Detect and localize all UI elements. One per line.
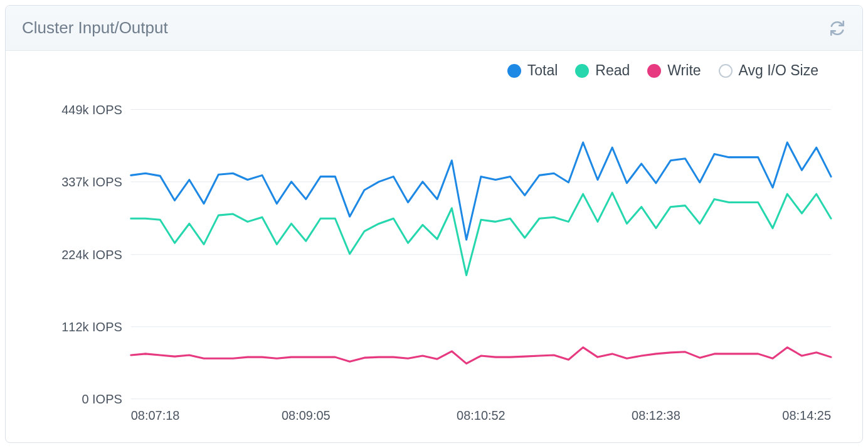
legend-swatch (647, 64, 661, 78)
series-total (131, 142, 831, 240)
refresh-button[interactable] (828, 19, 846, 37)
legend-swatch (575, 64, 589, 78)
refresh-icon (829, 20, 845, 36)
series-write (131, 348, 831, 364)
legend-item-read[interactable]: Read (575, 62, 630, 79)
legend-label: Write (667, 62, 701, 79)
y-tick-label: 337k IOPS (61, 175, 122, 189)
legend-item-avg-i-o-size[interactable]: Avg I/O Size (719, 62, 818, 79)
legend-item-write[interactable]: Write (647, 62, 701, 79)
x-tick-label: 08:14:25 (782, 408, 831, 422)
legend-label: Avg I/O Size (739, 62, 818, 79)
y-tick-label: 449k IOPS (61, 103, 122, 117)
legend-item-total[interactable]: Total (507, 62, 558, 79)
legend-label: Total (527, 62, 558, 79)
x-tick-label: 08:10:52 (457, 408, 505, 422)
legend-swatch (719, 64, 733, 78)
panel-header: Cluster Input/Output (6, 6, 862, 51)
panel-title: Cluster Input/Output (22, 18, 168, 38)
x-tick-label: 08:12:38 (632, 408, 680, 422)
y-tick-label: 0 IOPS (82, 392, 122, 406)
x-tick-label: 08:07:18 (131, 408, 180, 422)
y-tick-label: 224k IOPS (61, 248, 122, 262)
chart-legend: TotalReadWriteAvg I/O Size (24, 62, 844, 79)
x-tick-label: 08:09:05 (282, 408, 331, 422)
panel-body: TotalReadWriteAvg I/O Size 0 IOPS112k IO… (6, 51, 862, 442)
y-tick-label: 112k IOPS (61, 320, 122, 334)
legend-label: Read (595, 62, 630, 79)
legend-swatch (507, 64, 521, 78)
series-read (131, 193, 831, 275)
chart-area: 0 IOPS112k IOPS224k IOPS337k IOPS449k IO… (24, 94, 844, 429)
line-chart: 0 IOPS112k IOPS224k IOPS337k IOPS449k IO… (24, 94, 844, 429)
cluster-io-panel: Cluster Input/Output TotalReadWriteAvg I… (5, 5, 863, 443)
